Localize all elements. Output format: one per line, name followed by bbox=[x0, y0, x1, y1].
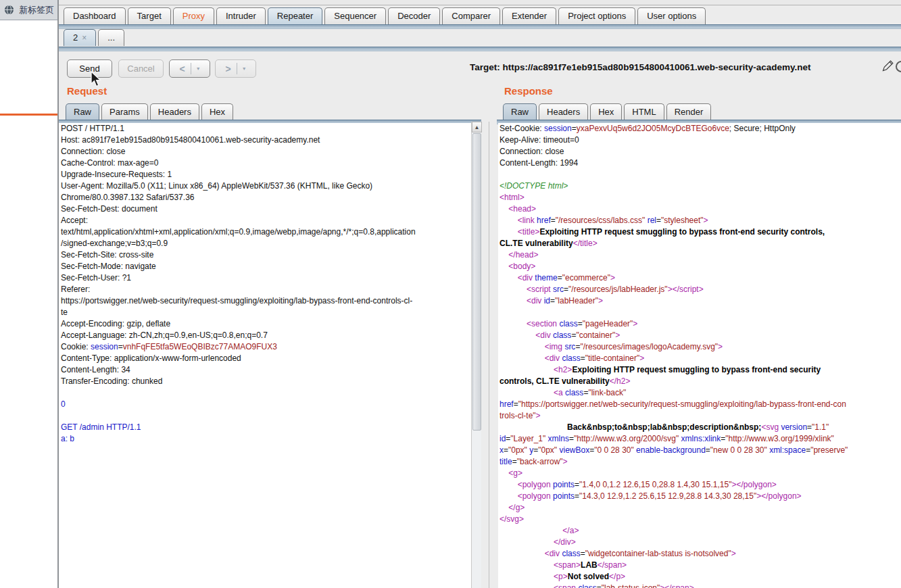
code-line: Upgrade-Insecure-Requests: 1 bbox=[61, 169, 473, 180]
code-line: Cookie: session=vnhFqFE5tfa5WEoQBIBzc77A… bbox=[61, 341, 473, 353]
tab-decoder[interactable]: Decoder bbox=[388, 7, 440, 24]
code-line: <div class="title-container"> bbox=[500, 353, 901, 364]
scrollbar-up-icon[interactable]: ▲ bbox=[472, 122, 482, 132]
code-line bbox=[500, 307, 901, 318]
code-line: <div id="labHeader"> bbox=[500, 295, 901, 307]
tab-hex[interactable]: Hex bbox=[590, 103, 622, 120]
code-line bbox=[500, 169, 901, 180]
tab-params[interactable]: Params bbox=[101, 103, 148, 120]
code-line: <polygon points="1.4,0 0,1.2 12.6,15 0,2… bbox=[500, 479, 901, 491]
cancel-button[interactable]: Cancel bbox=[118, 59, 164, 78]
code-line: POST / HTTP/1.1 bbox=[61, 123, 473, 134]
code-line: href="https://portswigger.net/web-securi… bbox=[500, 399, 901, 410]
browser-tab-new-page[interactable]: 新标签页 bbox=[0, 0, 57, 20]
code-line: <div class="container"> bbox=[500, 330, 901, 341]
tab-hex[interactable]: Hex bbox=[201, 103, 233, 120]
code-line: a: b bbox=[61, 433, 473, 445]
code-line: Host: ac891f7e1eb915ad80b9154800410061.w… bbox=[61, 134, 473, 146]
code-line: trols-cl-te"> bbox=[500, 410, 901, 422]
code-line: Sec-Fetch-Dest: document bbox=[61, 203, 473, 215]
window-top-strip bbox=[59, 0, 901, 5]
tab-html[interactable]: HTML bbox=[624, 103, 664, 120]
code-line: <span>LAB</span> bbox=[500, 560, 901, 571]
tab-sequencer[interactable]: Sequencer bbox=[324, 7, 386, 24]
code-line: Sec-Fetch-User: ?1 bbox=[61, 272, 473, 284]
code-line: <a class="link-back" bbox=[500, 387, 901, 399]
globe-icon bbox=[4, 5, 14, 15]
code-line: CL.TE vulnerability</title> bbox=[500, 238, 901, 249]
code-line: </head> bbox=[500, 249, 901, 261]
code-line: <span class="lab-status-icon"></span> bbox=[500, 583, 901, 588]
code-line: User-Agent: Mozilla/5.0 (X11; Linux x86_… bbox=[61, 180, 473, 192]
tab--[interactable]: ... bbox=[98, 29, 124, 46]
panel-divider[interactable] bbox=[489, 122, 489, 588]
tab-target[interactable]: Target bbox=[128, 7, 171, 24]
burp-window: DashboardTargetProxyIntruderRepeaterSequ… bbox=[59, 0, 901, 588]
tab-proxy[interactable]: Proxy bbox=[173, 7, 214, 24]
code-line: Accept-Encoding: gzip, deflate bbox=[61, 318, 473, 330]
code-line: </g> bbox=[500, 502, 901, 514]
code-line: Connection: close bbox=[61, 146, 473, 157]
tab-raw[interactable]: Raw bbox=[66, 103, 99, 120]
code-line: </a> bbox=[500, 525, 901, 537]
code-line: text/html,application/xhtml+xml,applicat… bbox=[61, 226, 473, 238]
code-line: x="0px" y="0px" viewBox="0 0 28 30" enab… bbox=[500, 445, 901, 456]
tab-comparer[interactable]: Comparer bbox=[442, 7, 500, 24]
code-line: id="Layer_1" xmlns="http://www.w3.org/20… bbox=[500, 433, 901, 445]
code-line: Accept-Language: zh-CN,zh;q=0.9,en-US;q=… bbox=[61, 330, 473, 341]
request-raw-editor[interactable]: POST / HTTP/1.1Host: ac891f7e1eb915ad80b… bbox=[59, 123, 473, 588]
tab-headers[interactable]: Headers bbox=[539, 103, 588, 120]
code-line: title="back-arrow"> bbox=[500, 456, 901, 468]
prev-arrow-icon: < bbox=[174, 64, 190, 74]
code-line: <polygon points="14.3,0 12.9,1.2 25.6,15… bbox=[500, 491, 901, 502]
tab-render[interactable]: Render bbox=[666, 103, 712, 120]
request-scrollbar[interactable]: ▲ bbox=[471, 122, 481, 588]
code-line: <p>Not solved</p> bbox=[500, 571, 901, 583]
tab-2[interactable]: 2× bbox=[64, 29, 96, 46]
edit-target-pencil-icon[interactable] bbox=[881, 59, 894, 73]
response-raw-viewer[interactable]: Set-Cookie: session=yxaPexvUq5w6d2JO05Mc… bbox=[498, 123, 901, 588]
code-line: Set-Cookie: session=yxaPexvUq5w6d2JO05Mc… bbox=[500, 123, 901, 134]
page-accent-rule bbox=[0, 114, 57, 116]
next-arrow-icon: > bbox=[220, 64, 236, 74]
prev-dropdown-caret-icon[interactable]: ▼ bbox=[191, 66, 205, 71]
close-tab-icon[interactable]: × bbox=[82, 34, 87, 42]
screen: { "browser": { "tab_label": "新标签页" }, "m… bbox=[0, 0, 901, 588]
target-label: Target: bbox=[470, 62, 500, 72]
code-line bbox=[61, 387, 473, 399]
code-line: Referer: bbox=[61, 284, 473, 295]
target-line: Target: https://ac891f7e1eb915ad80b91548… bbox=[470, 62, 811, 72]
background-browser-strip: 新标签页 bbox=[0, 0, 57, 588]
scrollbar-thumb[interactable] bbox=[472, 133, 481, 431]
tab-repeater[interactable]: Repeater bbox=[268, 7, 322, 24]
tab-user-options[interactable]: User options bbox=[637, 7, 706, 24]
code-line: <script src="/resources/js/labHeader.js"… bbox=[500, 284, 901, 295]
tab-intruder[interactable]: Intruder bbox=[216, 7, 266, 24]
repeater-tab-band bbox=[59, 47, 901, 51]
repeater-tab-bar: 2×... bbox=[64, 30, 126, 46]
response-panel-title: Response bbox=[504, 85, 553, 97]
tab-extender[interactable]: Extender bbox=[502, 7, 556, 24]
request-editor-tabs: RawParamsHeadersHex bbox=[66, 102, 235, 120]
code-line: <h2>Exploiting HTTP request smuggling to… bbox=[500, 364, 901, 376]
tab-raw[interactable]: Raw bbox=[503, 103, 537, 120]
main-tab-band bbox=[59, 24, 901, 29]
code-line: Sec-Fetch-Mode: navigate bbox=[61, 261, 473, 272]
code-line: Content-Length: 34 bbox=[61, 364, 473, 376]
code-line: Connection: close bbox=[500, 146, 901, 157]
code-line: https://portswigger.net/web-security/req… bbox=[61, 295, 473, 307]
help-icon[interactable] bbox=[896, 61, 901, 72]
tab-project-options[interactable]: Project options bbox=[558, 7, 635, 24]
code-line: <section class="pageHeader"> bbox=[500, 318, 901, 330]
code-line: Accept: bbox=[61, 215, 473, 226]
tab-headers[interactable]: Headers bbox=[150, 103, 199, 120]
code-line: <link href="/resources/css/labs.css" rel… bbox=[500, 215, 901, 226]
code-line: Transfer-Encoding: chunked bbox=[61, 376, 473, 387]
tab-dashboard[interactable]: Dashboard bbox=[64, 7, 126, 24]
next-request-button[interactable]: > ▼ bbox=[215, 59, 256, 78]
code-line: <title>Exploiting HTTP request smuggling… bbox=[500, 226, 901, 238]
code-line: Content-Length: 1994 bbox=[500, 157, 901, 169]
prev-request-button[interactable]: < ▼ bbox=[169, 59, 210, 78]
target-url: https://ac891f7e1eb915ad80b9154800410061… bbox=[503, 62, 811, 72]
next-dropdown-caret-icon[interactable]: ▼ bbox=[237, 66, 251, 71]
